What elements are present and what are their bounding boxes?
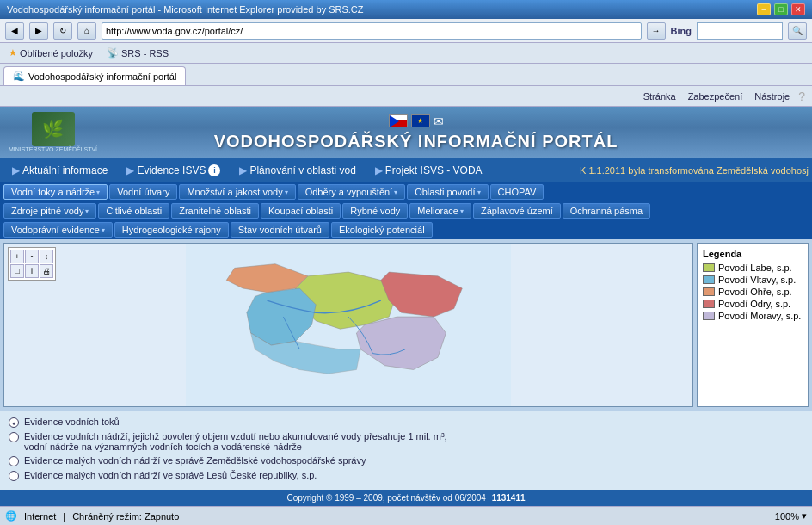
nav-planovani[interactable]: ▶ Plánování v oblasti vod: [231, 161, 364, 180]
title-bar-controls: – □ ✕: [757, 3, 805, 15]
btn-vodopravni[interactable]: Vodoprávní evidence ▾: [3, 222, 113, 238]
refresh-button[interactable]: ↻: [53, 22, 72, 40]
minimize-button[interactable]: –: [757, 3, 771, 15]
radio-item-1: Evidence vodních nádrží, jejichž povolen…: [9, 431, 803, 452]
btn-odbery[interactable]: Odběry a vypouštění ▾: [298, 184, 406, 200]
header-left: 🌿 MINISTERSTVO ZEMĚDĚLSTVÍ: [9, 112, 97, 153]
info-badge: i: [208, 164, 220, 176]
help-icon[interactable]: ?: [798, 90, 805, 103]
zoom-dropdown-arrow: ▾: [802, 510, 807, 522]
btn-rybne[interactable]: Rybné vody: [342, 203, 408, 219]
star-icon: ★: [9, 47, 17, 59]
dropdown-arrow-3: ▾: [394, 188, 397, 196]
restore-button[interactable]: □: [774, 3, 788, 15]
sub-nav-row3: Vodoprávní evidence ▾ Hydrogeologické ra…: [0, 220, 812, 239]
ministry-logo: 🌿 MINISTERSTVO ZEMĚDĚLSTVÍ: [9, 112, 97, 153]
zoom-label: 100%: [775, 511, 799, 522]
pan-btn[interactable]: ↕: [40, 250, 53, 263]
portal-title-area: ★ ✉ VODOHOSPODÁŘSKÝ INFORMAČNÍ PORTÁL: [214, 114, 618, 151]
legend-item-labe: Povodí Labe, s.p.: [703, 262, 803, 273]
btn-zdroje[interactable]: Zdroje pitné vody ▾: [3, 203, 96, 219]
ie-toolbar: Stránka Zabezpečení Nástroje ?: [0, 86, 812, 107]
nav-projekt[interactable]: ▶ Projekt ISVS - VODA: [366, 161, 491, 180]
nav-arrow-4: ▶: [375, 164, 383, 176]
go-button[interactable]: →: [647, 22, 666, 40]
btn-ekologicky[interactable]: Ekologický potenciál: [331, 222, 433, 238]
tab-bar: 🌊 Vodohospodářský informační portál: [0, 64, 812, 86]
home-button[interactable]: ⌂: [77, 22, 96, 40]
btn-zaplavove[interactable]: Záplavové území: [473, 203, 561, 219]
dropdown-arrow-1: ▾: [96, 188, 100, 196]
btn-hydrogeologicke[interactable]: Hydrogeologické rajony: [114, 222, 229, 238]
nav-evidence[interactable]: ▶ Evidence ISVS i: [118, 161, 229, 180]
map-info-section: + - ↕ □ i 🖨: [0, 239, 812, 411]
status-internet: Internet: [24, 511, 56, 522]
btn-zranitelne[interactable]: Zranitelné oblasti: [171, 203, 259, 219]
address-input[interactable]: [102, 22, 642, 40]
info-btn[interactable]: i: [25, 264, 39, 278]
map-container: + - ↕ □ i 🖨: [3, 243, 693, 407]
btn-vodni-toky[interactable]: Vodní toky a nádrže ▾: [3, 184, 108, 200]
separator: |: [63, 511, 65, 522]
legend-item-ohre: Povodí Ohře, s.p.: [703, 287, 803, 297]
tree-icon: 🌿: [42, 119, 64, 139]
print-btn[interactable]: 🖨: [40, 264, 53, 278]
map-svg: [4, 244, 692, 406]
radio-2[interactable]: [9, 456, 19, 466]
tab-icon: 🌊: [13, 71, 25, 82]
btn-vodni-utvary[interactable]: Vodní útvary: [109, 184, 177, 200]
dropdown-arrow-6: ▾: [460, 207, 464, 215]
legend-item-moravy: Povodí Moravy, s.p.: [703, 311, 803, 321]
btn-oblasti-povodi[interactable]: Oblasti povodí ▾: [407, 184, 488, 200]
nav-arrow-2: ▶: [126, 164, 134, 176]
security-button[interactable]: Zabezpečení: [685, 90, 747, 103]
legend-box: Legenda Povodí Labe, s.p. Povodí Vltavy,…: [697, 243, 809, 407]
btn-stav[interactable]: Stav vodních útvarů: [231, 222, 329, 238]
ministry-text: MINISTERSTVO ZEMĚDĚLSTVÍ: [9, 146, 97, 153]
zoom-control[interactable]: 100% ▾: [775, 510, 807, 522]
close-button[interactable]: ✕: [791, 3, 805, 15]
select-btn[interactable]: □: [10, 264, 24, 278]
visit-counter: 1131411: [492, 493, 526, 503]
btn-meliorace[interactable]: Meliorace ▾: [409, 203, 471, 219]
search-input[interactable]: [697, 22, 783, 40]
back-button[interactable]: ◀: [5, 22, 24, 40]
nav-scroll-text: K 1.1.2011 byla transformována Zemědělsk…: [493, 165, 809, 176]
favorites-label: Oblíbené položky: [20, 48, 93, 59]
czech-flag: [389, 114, 408, 127]
page-button[interactable]: Stránka: [640, 90, 680, 103]
main-nav: ▶ Aktuální informace ▶ Evidence ISVS i ▶…: [0, 158, 812, 182]
search-button[interactable]: 🔍: [788, 22, 807, 40]
legend-color-labe: [703, 263, 715, 272]
status-bar: 🌐 Internet | Chráněný režim: Zapnuto 100…: [0, 506, 812, 525]
radio-item-2: Evidence malých vodních nádrží ve správě…: [9, 455, 803, 466]
radio-1[interactable]: [9, 432, 19, 442]
btn-koupaci[interactable]: Koupací oblasti: [261, 203, 341, 219]
btn-chopav[interactable]: CHOPAV: [490, 184, 544, 200]
flags-area: ★ ✉: [214, 114, 618, 128]
logo-image: 🌿: [32, 112, 75, 146]
btn-mnozstvi[interactable]: Množství a jakost vody ▾: [179, 184, 295, 200]
browser-title: Vodohospodářský informační portál - Micr…: [7, 4, 364, 15]
email-icon[interactable]: ✉: [434, 114, 444, 128]
btn-citlive[interactable]: Citlivé oblasti: [98, 203, 169, 219]
zoom-in-btn[interactable]: +: [10, 250, 24, 263]
legend-item-odry: Povodí Odry, s.p.: [703, 299, 803, 309]
tab-label: Vodohospodářský informační portál: [28, 71, 176, 82]
legend-color-moravy: [703, 312, 715, 320]
radio-0[interactable]: [9, 417, 19, 428]
tools-button[interactable]: Nástroje: [751, 90, 793, 103]
active-tab[interactable]: 🌊 Vodohospodářský informační portál: [3, 66, 186, 85]
favorites-menu[interactable]: ★ Oblíbené položky: [5, 46, 96, 60]
btn-ochranna[interactable]: Ochranná pásma: [563, 203, 650, 219]
content-area: 🌿 MINISTERSTVO ZEMĚDĚLSTVÍ ★ ✉ VODOHOSPO…: [0, 107, 812, 506]
forward-button[interactable]: ▶: [29, 22, 48, 40]
status-protected: Chráněný režim: Zapnuto: [72, 511, 179, 522]
srs-rss-link[interactable]: 📡 SRS - RSS: [103, 46, 172, 60]
dropdown-arrow-5: ▾: [85, 207, 89, 215]
bing-label: Bing: [671, 26, 692, 36]
zoom-out-btn[interactable]: -: [25, 250, 39, 263]
radio-3[interactable]: [9, 471, 19, 481]
nav-aktualni[interactable]: ▶ Aktuální informace: [3, 161, 116, 180]
portal-header: 🌿 MINISTERSTVO ZEMĚDĚLSTVÍ ★ ✉ VODOHOSPO…: [0, 107, 812, 158]
